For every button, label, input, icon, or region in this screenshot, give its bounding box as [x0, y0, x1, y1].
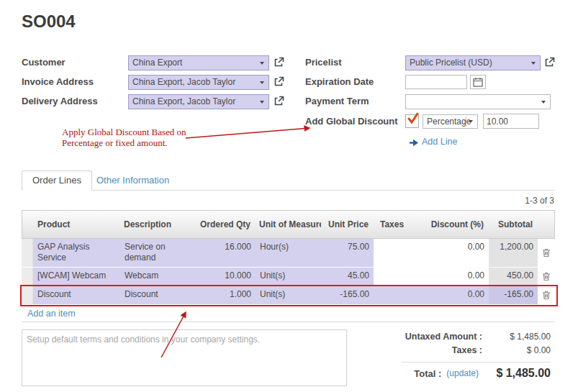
add-line-link[interactable]: Add Line — [422, 137, 457, 147]
terms-conditions-textarea[interactable] — [22, 329, 347, 386]
calendar-icon[interactable] — [470, 75, 486, 89]
cell-taxes[interactable] — [374, 268, 414, 286]
cell-taxes[interactable] — [374, 286, 414, 304]
cell-unit-price[interactable]: 75.00 — [322, 239, 374, 267]
add-line-arrow-icon — [409, 138, 419, 147]
table-row-discount: Discount Discount 1.000 Unit(s) -165.00 … — [22, 286, 555, 305]
row-handle — [22, 239, 33, 267]
col-subtotal: Subtotal — [488, 211, 537, 238]
cell-subtotal: 450.00 — [489, 268, 538, 286]
cell-uom[interactable]: Unit(s) — [256, 286, 322, 304]
customer-external-link-icon[interactable] — [273, 56, 284, 68]
tab-other-information[interactable]: Other Information — [88, 170, 178, 191]
tab-other-information-label: Other Information — [96, 175, 169, 186]
expiration-date-label: Expiration Date — [305, 76, 374, 87]
taxes-row: Taxes : $ 0.00 — [360, 345, 551, 355]
cell-unit-price[interactable]: 45.00 — [322, 268, 374, 286]
check-icon — [407, 112, 420, 125]
pager: 1-3 of 3 — [446, 196, 554, 206]
global-discount-checkbox[interactable] — [405, 114, 419, 128]
cell-qty[interactable]: 1.000 — [192, 286, 256, 304]
cell-taxes[interactable] — [374, 239, 414, 267]
total-value: $ 1,485.00 — [479, 367, 551, 380]
expiration-date-input[interactable] — [405, 75, 467, 89]
chevron-down-icon — [260, 62, 264, 65]
delivery-address-select[interactable]: China Export, Jacob Taylor — [128, 94, 269, 109]
global-discount-mode-select[interactable]: Percentage — [423, 114, 478, 129]
col-discount: Discount (%) — [413, 211, 488, 238]
col-description: Description — [119, 211, 191, 238]
annotation-arrow-1 — [186, 128, 310, 138]
global-discount-label: Add Global Discount — [305, 116, 398, 127]
cell-description[interactable]: Service on demand — [120, 239, 192, 267]
delivery-address-label: Delivery Address — [22, 96, 98, 106]
trash-icon[interactable] — [538, 268, 555, 286]
delivery-address-external-link-icon[interactable] — [273, 95, 284, 106]
total-label: Total : — [414, 368, 441, 379]
pricelist-label: Pricelist — [305, 57, 342, 68]
table-row: [WCAM] Webcam Webcam 10.000 Unit(s) 45.0… — [22, 268, 555, 286]
col-actions — [537, 211, 554, 238]
cell-qty[interactable]: 10.000 — [192, 268, 256, 286]
add-item-row: Add an item — [22, 305, 555, 322]
customer-label: Customer — [22, 57, 66, 68]
order-lines-header: Product Description Ordered Qty Unit of … — [22, 210, 555, 239]
col-taxes: Taxes — [373, 211, 413, 238]
cell-discount[interactable]: 0.00 — [414, 239, 489, 267]
update-link[interactable]: (update) — [446, 368, 479, 378]
cell-product[interactable]: Discount — [33, 286, 120, 304]
annotation-global-discount: Apply Global Discount Based on Percentag… — [62, 127, 186, 148]
chevron-down-icon — [531, 62, 536, 65]
cell-uom[interactable]: Unit(s) — [256, 268, 322, 286]
cell-discount[interactable]: 0.00 — [414, 268, 489, 286]
total-row: Total : (update) $ 1,485.00 — [360, 367, 551, 380]
divider — [466, 117, 466, 127]
cell-uom[interactable]: Hour(s) — [256, 239, 322, 267]
chevron-down-icon — [260, 101, 264, 104]
row-handle — [22, 268, 33, 286]
invoice-address-external-link-icon[interactable] — [273, 76, 284, 87]
cell-discount[interactable]: 0.00 — [414, 286, 489, 304]
col-uom: Unit of Measure — [255, 211, 321, 238]
chevron-down-icon — [469, 120, 473, 123]
col-qty: Ordered Qty — [191, 211, 255, 238]
customer-select-value: China Export — [132, 58, 182, 68]
trash-icon[interactable] — [538, 286, 555, 304]
cell-product[interactable]: [WCAM] Webcam — [33, 268, 120, 286]
untaxed-amount-label: Untaxed Amount : — [360, 332, 482, 342]
tab-order-lines-label: Order Lines — [32, 175, 81, 186]
payment-term-select[interactable] — [405, 94, 551, 109]
col-handle — [22, 211, 33, 238]
cell-unit-price[interactable]: -165.00 — [322, 286, 374, 304]
col-unit-price: Unit Price — [321, 211, 373, 238]
pricelist-select[interactable]: Public Pricelist (USD) — [405, 55, 541, 70]
delivery-address-select-value: China Export, Jacob Taylor — [132, 96, 235, 106]
chevron-down-icon — [260, 81, 264, 84]
annotation-line-2: Percentage or fixed amount. — [62, 137, 186, 148]
cell-qty[interactable]: 16.000 — [192, 239, 256, 267]
cell-subtotal: -165.00 — [489, 286, 538, 304]
global-discount-amount-input[interactable] — [483, 114, 539, 129]
invoice-address-select-value: China Export, Jacob Taylor — [132, 77, 235, 87]
invoice-address-select[interactable]: China Export, Jacob Taylor — [128, 75, 269, 90]
page-title: SO004 — [22, 12, 76, 32]
cell-description[interactable]: Webcam — [120, 268, 192, 286]
row-handle — [22, 286, 33, 304]
col-product: Product — [33, 211, 119, 238]
add-an-item-link[interactable]: Add an item — [27, 309, 76, 319]
table-row: GAP Analysis Service Service on demand 1… — [22, 239, 555, 268]
totals-divider — [402, 362, 551, 363]
annotation-line-1: Apply Global Discount Based on — [62, 127, 186, 137]
untaxed-amount-value: $ 1,485.00 — [482, 332, 551, 342]
cell-description[interactable]: Discount — [120, 286, 192, 304]
tab-order-lines[interactable]: Order Lines — [22, 170, 92, 191]
pricelist-external-link-icon[interactable] — [543, 56, 555, 68]
cell-product[interactable]: GAP Analysis Service — [33, 239, 120, 267]
customer-select[interactable]: China Export — [128, 55, 269, 70]
pricelist-select-value: Public Pricelist (USD) — [410, 58, 492, 68]
payment-term-label: Payment Term — [305, 96, 369, 106]
invoice-address-label: Invoice Address — [22, 76, 94, 87]
chevron-down-icon — [541, 101, 546, 104]
taxes-value: $ 0.00 — [482, 345, 551, 355]
trash-icon[interactable] — [538, 239, 555, 267]
